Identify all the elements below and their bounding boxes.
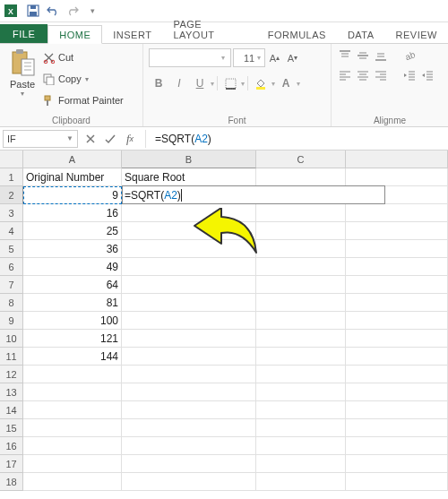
increase-indent-button[interactable] <box>419 68 435 82</box>
paste-button[interactable]: Paste ▾ <box>5 47 39 114</box>
cell-D10[interactable] <box>346 330 448 348</box>
save-icon[interactable] <box>24 2 42 20</box>
cell-B17[interactable] <box>122 455 256 473</box>
cell-D1[interactable] <box>346 168 448 186</box>
select-all-corner[interactable] <box>0 151 23 168</box>
cell-A2[interactable]: 9 <box>23 186 122 204</box>
cell-A11[interactable]: 144 <box>23 348 122 366</box>
orientation-button[interactable]: ab <box>401 48 418 63</box>
tab-insert[interactable]: INSERT <box>102 26 162 43</box>
cell-C6[interactable] <box>256 258 346 276</box>
cell-C1[interactable] <box>256 168 346 186</box>
row-header[interactable]: 9 <box>0 312 23 330</box>
decrease-indent-button[interactable] <box>401 68 418 82</box>
cell-D4[interactable] <box>346 222 448 240</box>
cell-C15[interactable] <box>256 419 346 437</box>
row-header[interactable]: 16 <box>0 437 23 455</box>
cell-C11[interactable] <box>256 348 346 366</box>
cell-A10[interactable]: 121 <box>23 330 122 348</box>
cell-D3[interactable] <box>346 204 448 222</box>
cell-A14[interactable] <box>23 401 122 419</box>
row-header[interactable]: 15 <box>0 419 23 437</box>
cell-C4[interactable] <box>256 222 346 240</box>
column-header-B[interactable]: B <box>122 151 256 168</box>
cell-B11[interactable] <box>122 348 256 366</box>
fill-color-button[interactable] <box>251 74 271 92</box>
cell-A5[interactable]: 36 <box>23 240 122 258</box>
cell-D17[interactable] <box>346 455 448 473</box>
name-box[interactable]: IF ▼ <box>3 130 78 148</box>
borders-button[interactable] <box>220 74 240 92</box>
cell-B13[interactable] <box>122 383 256 401</box>
cell-D7[interactable] <box>346 276 448 294</box>
row-header[interactable]: 11 <box>0 348 23 366</box>
tab-formulas[interactable]: FORMULAS <box>257 26 337 43</box>
cell-B12[interactable] <box>122 366 256 383</box>
tab-data[interactable]: DATA <box>337 26 385 43</box>
column-header-D[interactable] <box>346 151 448 168</box>
cell-B1[interactable]: Square Root <box>122 168 256 186</box>
increase-font-icon[interactable]: A▴ <box>267 50 282 66</box>
cell-D16[interactable] <box>346 437 448 455</box>
row-header[interactable]: 13 <box>0 383 23 401</box>
spreadsheet-grid[interactable]: A B C 1Original NumberSquare Root29=SQRT… <box>0 151 448 491</box>
cell-B14[interactable] <box>122 401 256 419</box>
cell-C12[interactable] <box>256 366 346 383</box>
font-color-button[interactable]: A <box>276 74 296 92</box>
row-header[interactable]: 8 <box>0 294 23 312</box>
cell-D18[interactable] <box>346 473 448 491</box>
cell-D13[interactable] <box>346 383 448 401</box>
cell-B2[interactable]: =SQRT(A2) <box>122 186 256 204</box>
row-header[interactable]: 10 <box>0 330 23 348</box>
cell-B10[interactable] <box>122 330 256 348</box>
align-right-button[interactable] <box>373 68 389 82</box>
cell-C18[interactable] <box>256 473 346 491</box>
cell-A12[interactable] <box>23 366 122 383</box>
cell-B16[interactable] <box>122 437 256 455</box>
tab-home[interactable]: HOME <box>47 25 102 44</box>
row-header[interactable]: 3 <box>0 204 23 222</box>
cell-B9[interactable] <box>122 312 256 330</box>
cell-B4[interactable] <box>122 222 256 240</box>
cell-A16[interactable] <box>23 437 122 455</box>
cell-C5[interactable] <box>256 240 346 258</box>
align-center-button[interactable] <box>355 68 371 82</box>
cell-B15[interactable] <box>122 419 256 437</box>
cell-A9[interactable]: 100 <box>23 312 122 330</box>
cell-A4[interactable]: 25 <box>23 222 122 240</box>
cell-C7[interactable] <box>256 276 346 294</box>
tab-review[interactable]: REVIEW <box>385 26 448 43</box>
cell-A13[interactable] <box>23 383 122 401</box>
formula-input[interactable]: =SQRT(A2) <box>151 130 448 148</box>
cell-B8[interactable] <box>122 294 256 312</box>
row-header[interactable]: 1 <box>0 168 23 186</box>
cell-D8[interactable] <box>346 294 448 312</box>
row-header[interactable]: 4 <box>0 222 23 240</box>
row-header[interactable]: 17 <box>0 455 23 473</box>
cell-D11[interactable] <box>346 348 448 366</box>
cell-C8[interactable] <box>256 294 346 312</box>
cancel-formula-button[interactable] <box>81 130 100 148</box>
row-header[interactable]: 18 <box>0 473 23 491</box>
undo-icon[interactable] <box>44 2 62 20</box>
column-header-A[interactable]: A <box>23 151 122 168</box>
cell-D15[interactable] <box>346 419 448 437</box>
font-name-selector[interactable] <box>149 48 231 67</box>
cell-D12[interactable] <box>346 366 448 383</box>
row-header[interactable]: 6 <box>0 258 23 276</box>
cell-D6[interactable] <box>346 258 448 276</box>
cell-D14[interactable] <box>346 401 448 419</box>
cell-B18[interactable] <box>122 473 256 491</box>
underline-button[interactable]: U <box>190 74 210 92</box>
align-middle-button[interactable] <box>355 48 371 63</box>
cell-B3[interactable] <box>122 204 256 222</box>
cell-A3[interactable]: 16 <box>23 204 122 222</box>
copy-button[interactable]: Copy ▾ <box>43 70 124 88</box>
row-header[interactable]: 7 <box>0 276 23 294</box>
row-header[interactable]: 12 <box>0 366 23 383</box>
cell-A17[interactable] <box>23 455 122 473</box>
cell-A6[interactable]: 49 <box>23 258 122 276</box>
cell-C13[interactable] <box>256 383 346 401</box>
cell-D9[interactable] <box>346 312 448 330</box>
cell-C10[interactable] <box>256 330 346 348</box>
